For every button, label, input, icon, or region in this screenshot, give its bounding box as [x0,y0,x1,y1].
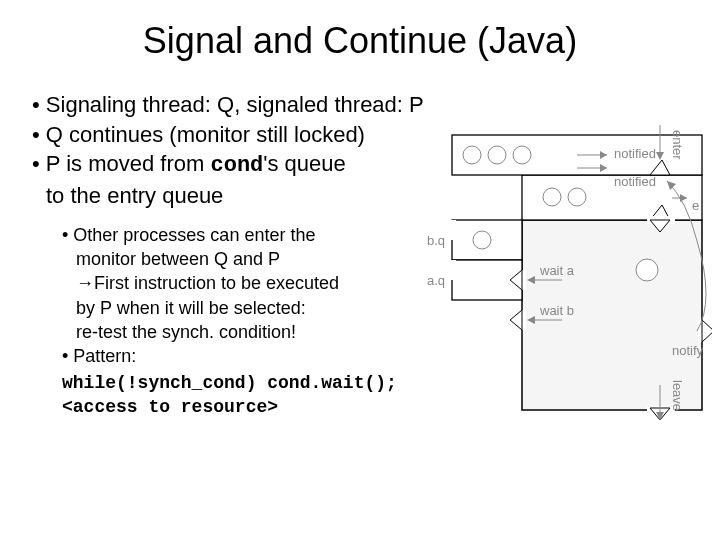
bullet-3a: P is moved from [46,151,211,176]
label-notify: notify [672,343,704,358]
label-bq: b.q [427,233,445,248]
bullet-3b: 's queue [263,151,346,176]
sub-1a: Other processes can enter the [73,225,315,245]
monitor-diagram: enter notified notified e b.q a.q wait a… [422,120,712,420]
svg-point-25 [513,146,531,164]
svg-point-28 [473,231,491,249]
sub-1b: monitor between Q and P [62,249,280,269]
svg-point-26 [543,188,561,206]
svg-rect-17 [448,220,456,240]
svg-point-27 [568,188,586,206]
sub-1d: by P when it will be selected: [62,298,306,318]
label-waita: wait a [539,263,575,278]
cond-code: cond [210,153,263,178]
svg-rect-18 [448,260,456,280]
page-title: Signal and Continue (Java) [32,20,688,62]
sub-1c: →First instruction to be executed [62,273,339,293]
svg-marker-14 [702,320,712,342]
label-enter: enter [670,130,685,160]
svg-point-23 [463,146,481,164]
label-aq: a.q [427,273,445,288]
label-e: e [692,198,699,213]
label-leave: leave [670,380,685,411]
label-waitb: wait b [539,303,574,318]
slide: Signal and Continue (Java) Signaling thr… [0,0,720,540]
bullet-3c: to the entry queue [32,183,223,208]
svg-marker-12 [510,310,522,330]
bullet-1: Signaling thread: Q, signaled thread: P [32,90,688,120]
sub-1e: re-test the synch. condition! [62,322,296,342]
label-notified-2: notified [614,174,656,189]
svg-point-24 [488,146,506,164]
label-notified-1: notified [614,146,656,161]
svg-point-29 [636,259,658,281]
